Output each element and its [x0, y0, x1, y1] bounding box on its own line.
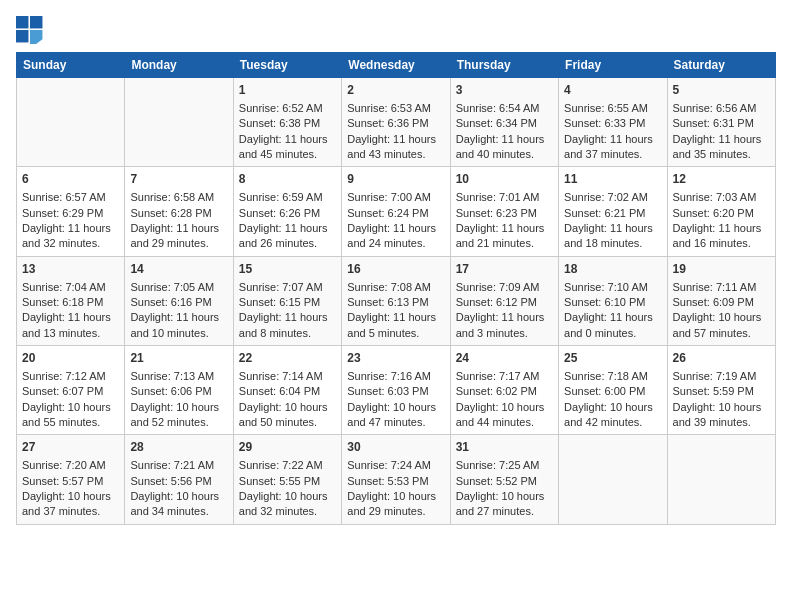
sunrise-text: Sunrise: 6:59 AM — [239, 191, 323, 203]
day-number: 2 — [347, 82, 444, 99]
sunrise-text: Sunrise: 7:24 AM — [347, 459, 431, 471]
sunrise-text: Sunrise: 7:13 AM — [130, 370, 214, 382]
sunrise-text: Sunrise: 7:19 AM — [673, 370, 757, 382]
daylight-text: Daylight: 11 hours and 18 minutes. — [564, 222, 653, 249]
calendar-day-cell: 1Sunrise: 6:52 AMSunset: 6:38 PMDaylight… — [233, 78, 341, 167]
daylight-text: Daylight: 11 hours and 13 minutes. — [22, 311, 111, 338]
daylight-text: Daylight: 11 hours and 5 minutes. — [347, 311, 436, 338]
sunrise-text: Sunrise: 7:25 AM — [456, 459, 540, 471]
daylight-text: Daylight: 11 hours and 26 minutes. — [239, 222, 328, 249]
day-number: 14 — [130, 261, 227, 278]
calendar-day-cell: 20Sunrise: 7:12 AMSunset: 6:07 PMDayligh… — [17, 346, 125, 435]
calendar-day-cell: 3Sunrise: 6:54 AMSunset: 6:34 PMDaylight… — [450, 78, 558, 167]
sunrise-text: Sunrise: 7:00 AM — [347, 191, 431, 203]
daylight-text: Daylight: 10 hours and 32 minutes. — [239, 490, 328, 517]
sunrise-text: Sunrise: 7:03 AM — [673, 191, 757, 203]
day-number: 21 — [130, 350, 227, 367]
weekday-header: Friday — [559, 53, 667, 78]
calendar-day-cell: 18Sunrise: 7:10 AMSunset: 6:10 PMDayligh… — [559, 256, 667, 345]
sunset-text: Sunset: 5:57 PM — [22, 475, 103, 487]
calendar-day-cell: 31Sunrise: 7:25 AMSunset: 5:52 PMDayligh… — [450, 435, 558, 524]
sunset-text: Sunset: 6:12 PM — [456, 296, 537, 308]
sunset-text: Sunset: 6:07 PM — [22, 385, 103, 397]
daylight-text: Daylight: 11 hours and 10 minutes. — [130, 311, 219, 338]
daylight-text: Daylight: 10 hours and 34 minutes. — [130, 490, 219, 517]
calendar-week-row: 6Sunrise: 6:57 AMSunset: 6:29 PMDaylight… — [17, 167, 776, 256]
calendar-week-row: 13Sunrise: 7:04 AMSunset: 6:18 PMDayligh… — [17, 256, 776, 345]
daylight-text: Daylight: 10 hours and 37 minutes. — [22, 490, 111, 517]
daylight-text: Daylight: 10 hours and 42 minutes. — [564, 401, 653, 428]
calendar-day-cell: 24Sunrise: 7:17 AMSunset: 6:02 PMDayligh… — [450, 346, 558, 435]
sunrise-text: Sunrise: 7:09 AM — [456, 281, 540, 293]
daylight-text: Daylight: 11 hours and 24 minutes. — [347, 222, 436, 249]
calendar-day-cell: 11Sunrise: 7:02 AMSunset: 6:21 PMDayligh… — [559, 167, 667, 256]
daylight-text: Daylight: 11 hours and 3 minutes. — [456, 311, 545, 338]
sunrise-text: Sunrise: 6:54 AM — [456, 102, 540, 114]
day-number: 23 — [347, 350, 444, 367]
page-header — [16, 16, 776, 44]
sunrise-text: Sunrise: 7:17 AM — [456, 370, 540, 382]
weekday-header-row: SundayMondayTuesdayWednesdayThursdayFrid… — [17, 53, 776, 78]
sunrise-text: Sunrise: 7:04 AM — [22, 281, 106, 293]
calendar-day-cell: 23Sunrise: 7:16 AMSunset: 6:03 PMDayligh… — [342, 346, 450, 435]
daylight-text: Daylight: 11 hours and 37 minutes. — [564, 133, 653, 160]
daylight-text: Daylight: 11 hours and 29 minutes. — [130, 222, 219, 249]
day-number: 26 — [673, 350, 770, 367]
calendar-day-cell: 21Sunrise: 7:13 AMSunset: 6:06 PMDayligh… — [125, 346, 233, 435]
sunrise-text: Sunrise: 6:57 AM — [22, 191, 106, 203]
daylight-text: Daylight: 11 hours and 16 minutes. — [673, 222, 762, 249]
sunset-text: Sunset: 6:24 PM — [347, 207, 428, 219]
daylight-text: Daylight: 11 hours and 35 minutes. — [673, 133, 762, 160]
daylight-text: Daylight: 11 hours and 21 minutes. — [456, 222, 545, 249]
calendar-day-cell: 9Sunrise: 7:00 AMSunset: 6:24 PMDaylight… — [342, 167, 450, 256]
sunrise-text: Sunrise: 6:52 AM — [239, 102, 323, 114]
daylight-text: Daylight: 11 hours and 8 minutes. — [239, 311, 328, 338]
day-number: 31 — [456, 439, 553, 456]
sunset-text: Sunset: 6:26 PM — [239, 207, 320, 219]
sunrise-text: Sunrise: 7:16 AM — [347, 370, 431, 382]
day-number: 5 — [673, 82, 770, 99]
day-number: 30 — [347, 439, 444, 456]
sunset-text: Sunset: 6:29 PM — [22, 207, 103, 219]
sunset-text: Sunset: 6:38 PM — [239, 117, 320, 129]
sunrise-text: Sunrise: 7:21 AM — [130, 459, 214, 471]
sunrise-text: Sunrise: 6:58 AM — [130, 191, 214, 203]
sunset-text: Sunset: 6:03 PM — [347, 385, 428, 397]
calendar-day-cell: 13Sunrise: 7:04 AMSunset: 6:18 PMDayligh… — [17, 256, 125, 345]
day-number: 7 — [130, 171, 227, 188]
weekday-header: Thursday — [450, 53, 558, 78]
day-number: 6 — [22, 171, 119, 188]
calendar-week-row: 20Sunrise: 7:12 AMSunset: 6:07 PMDayligh… — [17, 346, 776, 435]
day-number: 13 — [22, 261, 119, 278]
daylight-text: Daylight: 10 hours and 52 minutes. — [130, 401, 219, 428]
sunrise-text: Sunrise: 7:08 AM — [347, 281, 431, 293]
sunrise-text: Sunrise: 7:20 AM — [22, 459, 106, 471]
weekday-header: Saturday — [667, 53, 775, 78]
sunrise-text: Sunrise: 7:05 AM — [130, 281, 214, 293]
calendar-day-cell: 14Sunrise: 7:05 AMSunset: 6:16 PMDayligh… — [125, 256, 233, 345]
sunrise-text: Sunrise: 7:12 AM — [22, 370, 106, 382]
sunrise-text: Sunrise: 7:02 AM — [564, 191, 648, 203]
calendar-day-cell: 22Sunrise: 7:14 AMSunset: 6:04 PMDayligh… — [233, 346, 341, 435]
svg-rect-1 — [30, 16, 42, 28]
daylight-text: Daylight: 10 hours and 29 minutes. — [347, 490, 436, 517]
weekday-header: Monday — [125, 53, 233, 78]
sunset-text: Sunset: 6:36 PM — [347, 117, 428, 129]
sunset-text: Sunset: 6:33 PM — [564, 117, 645, 129]
weekday-header: Wednesday — [342, 53, 450, 78]
sunrise-text: Sunrise: 7:22 AM — [239, 459, 323, 471]
sunset-text: Sunset: 6:15 PM — [239, 296, 320, 308]
sunset-text: Sunset: 6:18 PM — [22, 296, 103, 308]
calendar-day-cell: 4Sunrise: 6:55 AMSunset: 6:33 PMDaylight… — [559, 78, 667, 167]
day-number: 15 — [239, 261, 336, 278]
day-number: 20 — [22, 350, 119, 367]
daylight-text: Daylight: 11 hours and 43 minutes. — [347, 133, 436, 160]
daylight-text: Daylight: 11 hours and 0 minutes. — [564, 311, 653, 338]
calendar-day-cell: 28Sunrise: 7:21 AMSunset: 5:56 PMDayligh… — [125, 435, 233, 524]
day-number: 22 — [239, 350, 336, 367]
sunrise-text: Sunrise: 7:07 AM — [239, 281, 323, 293]
sunset-text: Sunset: 6:21 PM — [564, 207, 645, 219]
day-number: 3 — [456, 82, 553, 99]
day-number: 12 — [673, 171, 770, 188]
calendar-day-cell: 2Sunrise: 6:53 AMSunset: 6:36 PMDaylight… — [342, 78, 450, 167]
